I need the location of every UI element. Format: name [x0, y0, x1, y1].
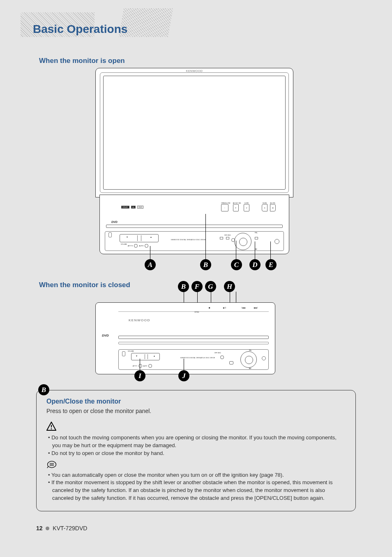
divx-logo: DIVX	[137, 206, 143, 209]
closed-unit-frame: OPEN ■ ▶II I◀◀ ▶▶I KENWOOD DVD ▼ ▲ VOLUM…	[95, 302, 275, 374]
vol-down-icon: ▼	[136, 355, 138, 357]
callout-i: I	[134, 370, 145, 381]
off-disc-button[interactable]	[220, 355, 224, 359]
base-bottom-panel: ▼ ▲ VOLUME ATT•TI AUTO KENWOOD DIGITAL V…	[105, 231, 284, 251]
next-track-icon[interactable]: ▶▶I	[254, 306, 258, 309]
page-number: 12	[36, 525, 43, 531]
instruction-tab-b: B	[38, 384, 49, 395]
voff-button[interactable]: V.OFF V	[244, 202, 249, 211]
instruction-box: B Open/Close the monitor Press to open o…	[36, 390, 356, 511]
callout-line	[270, 241, 271, 260]
base-top-panel: DOLBY dts DIVX OPEN/CLOSE − AV OUT SEL F…	[105, 197, 284, 219]
play-pause-button[interactable]	[226, 237, 229, 239]
volume-control-closed[interactable]: ▼ ▲	[131, 353, 160, 360]
brand-logo-closed: KENWOOD	[129, 318, 150, 322]
play-pause-icon[interactable]: ▶II	[223, 306, 226, 309]
callout-b: B	[200, 259, 211, 270]
callout-f: F	[191, 281, 203, 292]
nav-wheel-closed[interactable]	[240, 351, 257, 368]
warning-icon	[46, 422, 56, 431]
navigation-wheel[interactable]	[234, 233, 251, 250]
warning-item: Do not touch the moving components when …	[48, 434, 346, 450]
volume-control[interactable]: ▼ ▲ VOLUME	[120, 234, 159, 242]
note-item: If the monitor movement is stopped by th…	[48, 479, 346, 502]
vol-down-icon: ▼	[126, 236, 128, 238]
note-item: You can automatically open or close the …	[48, 471, 346, 479]
model-number: KVT-729DVD	[53, 525, 87, 531]
note-icon	[46, 460, 57, 469]
avout-button[interactable]: AV OUT SEL F	[233, 202, 241, 211]
closed-bottom-panel: ▼ ▲ VOLUME ATT•TI AUTO KENWOOD DIGITAL V…	[118, 349, 269, 370]
warning-list: Do not touch the moving components when …	[46, 434, 346, 457]
callout-j: J	[178, 370, 189, 381]
aux-button[interactable]	[262, 356, 266, 360]
closed-disc-line	[118, 342, 269, 344]
closed-top-row: OPEN ■ ▶II I◀◀ ▶▶I	[118, 308, 269, 312]
disc-slot	[106, 225, 283, 228]
callout-d: D	[249, 259, 261, 270]
nav-center-closed[interactable]	[245, 356, 253, 364]
svg-point-1	[51, 428, 52, 429]
callout-e: E	[265, 259, 277, 270]
section-heading-open: When the monitor is open	[39, 57, 125, 65]
monitor-base-panel: DOLBY dts DIVX OPEN/CLOSE − AV OUT SEL F…	[99, 195, 289, 254]
nav-center-button[interactable]	[239, 238, 247, 246]
usb-slot	[108, 232, 112, 237]
callout-h: H	[224, 281, 235, 292]
monitor-screen-frame: KENWOOD	[95, 68, 293, 197]
usb-slot	[122, 351, 125, 356]
callout-line	[150, 246, 150, 260]
minus-icon: −	[221, 204, 228, 211]
open-close-button[interactable]: OPEN/CLOSE −	[221, 202, 231, 211]
prev-button[interactable]	[220, 237, 223, 239]
vol-up-icon: ▲	[153, 355, 155, 357]
callout-g: G	[205, 281, 216, 292]
callout-a: A	[145, 259, 156, 270]
aux-button[interactable]	[274, 239, 279, 244]
instruction-body: Press to open or close the monitor panel…	[46, 408, 346, 414]
note-list: You can automatically open or close the …	[46, 471, 346, 502]
dolby-logo: DOLBY	[121, 206, 129, 209]
figure-monitor-closed: OPEN ■ ▶II I◀◀ ▶▶I KENWOOD DVD ▼ ▲ VOLUM…	[95, 302, 275, 374]
figure-monitor-open: KENWOOD DOLBY dts DIVX OPEN/CLOSE − AV O…	[95, 68, 293, 274]
next-button[interactable]	[255, 237, 258, 239]
vol-up-icon: ▲	[150, 236, 152, 238]
page-title: Basic Operations	[33, 23, 127, 36]
att-button[interactable]	[134, 244, 138, 248]
att-button[interactable]	[138, 364, 142, 368]
off-disc-label: OFF DISC	[224, 235, 231, 237]
instruction-heading: Open/Close the monitor	[46, 398, 346, 405]
eject-button[interactable]	[229, 361, 233, 364]
prev-track-icon[interactable]: I◀◀	[242, 306, 245, 309]
brand-logo: KENWOOD	[186, 70, 203, 72]
auto-button[interactable]	[145, 244, 148, 248]
auto-button[interactable]	[148, 364, 152, 368]
top-button-cluster: OPEN/CLOSE − AV OUT SEL F V.OFF V SCRN S	[221, 202, 276, 211]
att-auto-closed: ATT•TI AUTO	[133, 364, 152, 368]
att-auto-controls: ATT•TI AUTO	[128, 244, 148, 248]
scrn-button[interactable]: SCRN S	[262, 202, 267, 211]
footer-dot-icon	[46, 527, 49, 530]
callout-line	[205, 214, 206, 260]
closed-disc-slot	[118, 336, 269, 339]
mctrl-button[interactable]: M.CTRL M	[270, 202, 276, 211]
callout-b2: B	[178, 281, 189, 292]
page-footer: 12 KVT-729DVD	[36, 525, 87, 531]
callout-c: C	[231, 259, 242, 270]
dvd-logo-closed: DVD	[102, 334, 109, 337]
dts-logo: dts	[131, 206, 136, 209]
callout-line	[255, 241, 255, 260]
dvd-logo: DVD	[111, 220, 118, 223]
drive-label: KENWOOD DIGITAL VERSATILE DISC DRIVE	[180, 357, 215, 359]
stop-icon[interactable]: ■	[209, 306, 210, 309]
closed-display	[118, 315, 269, 332]
section-heading-closed: When the monitor is closed	[39, 281, 130, 289]
format-logos: DOLBY dts DIVX	[121, 205, 164, 209]
callout-line	[236, 241, 236, 260]
right-control-cluster: FM+ AM−	[234, 233, 279, 249]
warning-item: Do not try to open or close the monitor …	[48, 450, 346, 457]
drive-label: KENWOOD DIGITAL VERSATILE DISC DRIVE	[171, 239, 205, 241]
screen-display	[103, 76, 286, 190]
